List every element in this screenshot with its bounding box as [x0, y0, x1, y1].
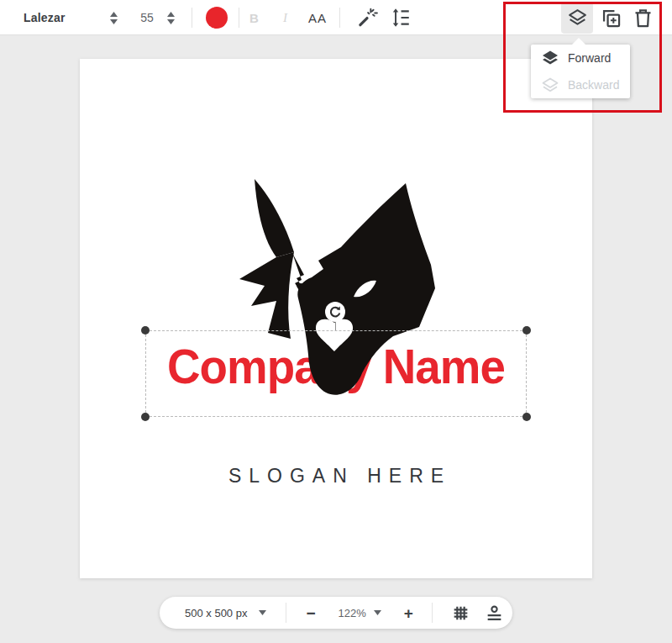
- chevron-down-icon: [374, 610, 381, 615]
- logo-editor-app: Lalezar 55 B I AA: [0, 0, 672, 643]
- line-height-icon: [390, 7, 412, 29]
- send-backward-icon: [542, 76, 559, 93]
- font-family-stepper[interactable]: [110, 0, 118, 35]
- rotate-handle-stem: [335, 322, 336, 330]
- font-family-selector[interactable]: Lalezar: [24, 0, 66, 35]
- selection-handle-top-right[interactable]: [522, 326, 531, 335]
- grid-toggle-button[interactable]: [451, 603, 470, 623]
- menu-item-label: Forward: [568, 51, 611, 65]
- italic-button[interactable]: I: [283, 0, 287, 35]
- toolbar-divider: [192, 8, 192, 28]
- menu-notch: [572, 38, 585, 45]
- layer-order-menu: Forward Backward: [531, 45, 630, 98]
- zoom-level-selector[interactable]: 122%: [339, 607, 381, 619]
- zoom-level-value: 122%: [339, 607, 366, 619]
- text-selection-box[interactable]: [145, 330, 527, 417]
- stepper-down-icon: [110, 19, 118, 24]
- toolbar-divider: [339, 8, 340, 28]
- text-color-swatch[interactable]: [206, 7, 228, 29]
- delete-button[interactable]: [629, 0, 656, 35]
- layers-icon: [567, 8, 588, 29]
- toolbar-divider: [239, 8, 239, 28]
- zoom-out-button[interactable]: −: [306, 605, 315, 621]
- bold-button[interactable]: B: [249, 0, 259, 35]
- chevron-down-icon: [259, 610, 266, 615]
- trash-icon: [632, 7, 654, 29]
- baseline-icon: [485, 603, 504, 623]
- font-size-value[interactable]: 55: [133, 0, 161, 35]
- selection-handle-bottom-left[interactable]: [141, 413, 150, 421]
- slogan-text[interactable]: SLOGAN HERE: [80, 465, 592, 488]
- stepper-down-icon: [167, 19, 175, 24]
- rotate-icon: [328, 305, 342, 319]
- duplicate-button[interactable]: [597, 0, 624, 35]
- zoom-in-button[interactable]: +: [404, 605, 413, 621]
- bottom-bar-divider: [432, 603, 433, 623]
- selection-handle-top-left[interactable]: [141, 326, 150, 335]
- snap-baseline-button[interactable]: [485, 603, 504, 623]
- bring-forward-icon: [542, 50, 559, 66]
- stepper-up-icon: [167, 12, 175, 17]
- selection-handle-bottom-right[interactable]: [522, 413, 531, 421]
- line-height-button[interactable]: [388, 0, 413, 35]
- magic-wand-icon: [356, 7, 378, 29]
- canvas-size-selector[interactable]: 500 x 500 px: [185, 607, 266, 619]
- menu-item-forward[interactable]: Forward: [531, 45, 630, 71]
- menu-item-label: Backward: [568, 78, 619, 92]
- bottom-bar-divider: [286, 603, 286, 623]
- layer-order-button[interactable]: [561, 2, 593, 34]
- grid-icon: [451, 603, 470, 623]
- canvas-size-label: 500 x 500 px: [185, 607, 247, 619]
- menu-item-backward[interactable]: Backward: [531, 71, 630, 98]
- text-toolbar: Lalezar 55 B I AA: [0, 0, 672, 35]
- rotate-handle[interactable]: [325, 302, 345, 322]
- magic-wand-button[interactable]: [354, 0, 380, 35]
- duplicate-icon: [600, 7, 622, 29]
- font-size-stepper[interactable]: [167, 0, 175, 35]
- canvas-controls-bar: 500 x 500 px − 122% +: [160, 597, 512, 629]
- stepper-up-icon: [110, 12, 118, 17]
- text-case-button[interactable]: AA: [308, 0, 327, 35]
